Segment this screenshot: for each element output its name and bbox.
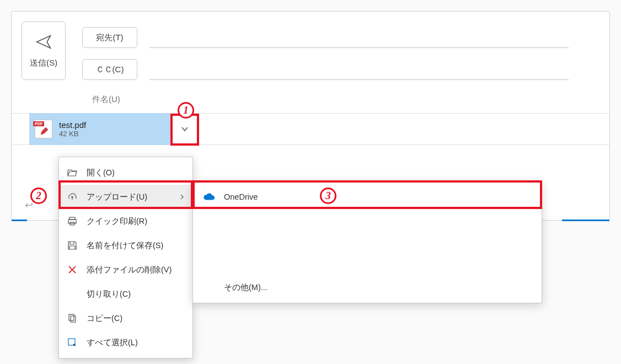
send-label: 送信(S) [30, 58, 57, 68]
submenu-other[interactable]: その他(M)... [193, 275, 542, 299]
send-icon [35, 34, 52, 50]
menu-select-all-label: すべて選択(L) [87, 338, 185, 348]
svg-rect-3 [69, 314, 74, 320]
to-button[interactable]: 宛先(T) [82, 27, 137, 48]
blank-icon [67, 288, 78, 299]
pdf-file-icon: PDF [35, 120, 52, 138]
annotation-callout-3: 3 [320, 188, 336, 204]
subject-label: 件名(U) [92, 94, 120, 105]
attachment-context-menu: 開く(O) アップロード(U) クイック印刷(R) 名前を付けて保存(S) 添付… [58, 157, 193, 358]
cloud-upload-icon [67, 191, 78, 202]
attachment-text: test.pdf 42 KB [59, 120, 86, 138]
attachment-size: 42 KB [59, 130, 86, 138]
menu-upload-label: アップロード(U) [87, 192, 179, 202]
save-icon [67, 240, 78, 251]
to-input-line[interactable] [149, 27, 569, 48]
menu-save-as[interactable]: 名前を付けて保存(S) [59, 233, 192, 258]
menu-remove-label: 添付ファイルの削除(V) [87, 265, 185, 275]
printer-icon [67, 216, 78, 227]
menu-save-as-label: 名前を付けて保存(S) [87, 240, 185, 251]
pdf-badge: PDF [33, 121, 44, 126]
onedrive-icon [203, 191, 215, 203]
submenu-spacer [193, 209, 542, 275]
menu-cut-label: 切り取り(C) [87, 289, 185, 299]
menu-open[interactable]: 開く(O) [59, 160, 192, 185]
menu-select-all[interactable]: すべて選択(L) [59, 330, 192, 355]
subject-row: 件名(U) [12, 85, 609, 113]
menu-quick-print-label: クイック印刷(R) [87, 216, 185, 227]
delete-x-icon [67, 264, 78, 275]
to-row: 宛先(T) [82, 22, 580, 53]
attachment-name: test.pdf [59, 120, 86, 130]
cc-row: ＣＣ(C) [82, 53, 580, 85]
attachment-bar: PDF test.pdf 42 KB [12, 113, 609, 145]
compose-header: 送信(S) 宛先(T) ＣＣ(C) [12, 12, 609, 85]
svg-rect-0 [69, 217, 75, 220]
menu-copy-label: コピー(C) [87, 313, 185, 324]
submenu-onedrive-label: OneDrive [224, 192, 532, 201]
bottom-accent-right [562, 220, 609, 221]
menu-quick-print[interactable]: クイック印刷(R) [59, 209, 192, 233]
copy-icon [67, 313, 78, 324]
menu-open-label: 開く(O) [87, 168, 185, 178]
menu-upload[interactable]: アップロード(U) [59, 185, 192, 209]
upload-submenu: OneDrive その他(M)... [192, 181, 542, 303]
chevron-down-icon [181, 125, 189, 133]
annotation-callout-1: 1 [178, 102, 194, 119]
edit-pen-icon [40, 127, 50, 137]
cc-button[interactable]: ＣＣ(C) [82, 59, 137, 80]
send-button[interactable]: 送信(S) [22, 22, 66, 80]
submenu-other-label: その他(M)... [224, 282, 267, 293]
bottom-accent-left [12, 220, 27, 221]
cc-input-line[interactable] [149, 59, 569, 80]
menu-remove-attachment[interactable]: 添付ファイルの削除(V) [59, 258, 192, 282]
submenu-onedrive[interactable]: OneDrive [193, 185, 542, 209]
svg-rect-1 [68, 220, 76, 223]
annotation-callout-2: 2 [30, 188, 47, 204]
menu-copy[interactable]: コピー(C) [59, 306, 192, 330]
folder-open-icon [67, 167, 78, 178]
select-all-icon [67, 337, 78, 348]
attachment-chip[interactable]: PDF test.pdf 42 KB [29, 113, 170, 145]
menu-cut[interactable]: 切り取り(C) [59, 282, 192, 306]
svg-rect-4 [71, 316, 76, 322]
to-label: 宛先(T) [96, 33, 123, 43]
cc-label: ＣＣ(C) [96, 65, 124, 75]
recipient-column: 宛先(T) ＣＣ(C) [82, 22, 580, 85]
chevron-right-icon [179, 194, 185, 200]
